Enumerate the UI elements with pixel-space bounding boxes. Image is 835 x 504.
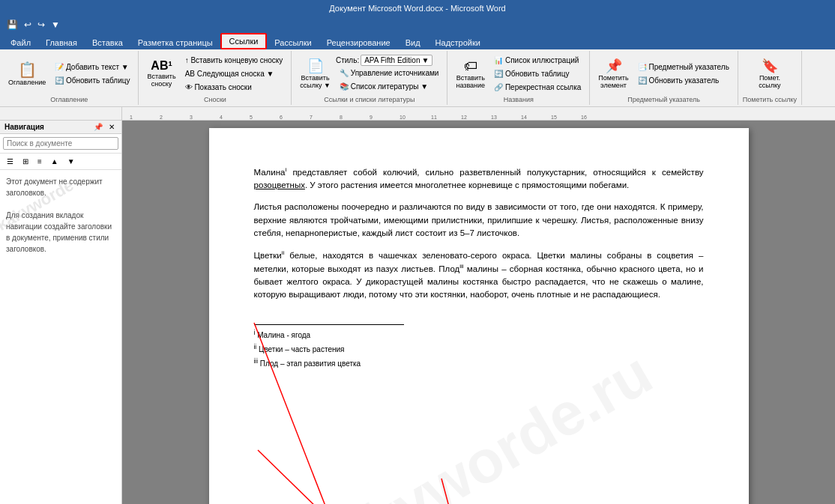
insert-endnote-button[interactable]: ↑ Вставить концевую сноску <box>181 54 287 67</box>
ruler-mark: 2 <box>160 115 163 120</box>
style-dropdown[interactable]: APA Fifth Edition ▼ <box>361 55 432 66</box>
save-button[interactable]: 💾 <box>4 19 20 31</box>
group-footnotes-content: AB¹ Вставитьсноску ↑ Вставить концевую с… <box>143 52 286 94</box>
paragraph-1: Малинаi представляет собой колючий, силь… <box>254 166 704 192</box>
toc-label: Оглавление <box>8 79 46 86</box>
document-page: kakvworde.ru Малинаi представляет собой … <box>209 128 749 504</box>
ruler-mark: 14 <box>521 115 527 120</box>
svg-line-1 <box>258 450 419 504</box>
group-toc-content: 📋 Оглавление 📝 Добавить текст ▼ 🔄 Обнови… <box>4 52 133 94</box>
ruler-mark: 9 <box>370 115 373 120</box>
mark-icon: 📌 <box>606 58 622 74</box>
style-row: Стиль: APA Fifth Edition ▼ <box>336 55 442 66</box>
group-footnotes-label: Сноски <box>204 94 226 103</box>
group-index: 📌 Пометитьэлемент 📑 Предметный указатель… <box>590 51 738 105</box>
dropdown-arrow: ▼ <box>421 56 429 64</box>
ruler-marks: 1 2 3 4 5 6 7 8 9 10 11 12 13 14 15 16 <box>122 107 835 120</box>
group-toc: 📋 Оглавление 📝 Добавить текст ▼ 🔄 Обнови… <box>0 51 139 105</box>
tab-layout[interactable]: Разметка страницы <box>130 36 220 49</box>
tab-file[interactable]: Файл <box>3 36 38 49</box>
update-table-cap-button[interactable]: 🔄 Обновить таблицу <box>490 67 585 80</box>
ruler-area: 1 2 3 4 5 6 7 8 9 10 11 12 13 14 15 16 <box>0 107 835 121</box>
footnote-options: ↑ Вставить концевую сноску AB Следующая … <box>181 54 287 94</box>
nav-pin-button[interactable]: 📌 <box>91 123 105 131</box>
undo-button[interactable]: ↩ <box>22 19 34 31</box>
group-captions-label: Названия <box>504 94 534 103</box>
ruler-mark: 13 <box>491 115 497 120</box>
tab-home[interactable]: Главная <box>38 36 85 49</box>
ruler-mark: 7 <box>310 115 313 120</box>
mark-label: Пометитьэлемент <box>598 74 628 89</box>
footnote-num-3: iii <box>254 357 259 365</box>
style-value: APA Fifth Edition <box>364 56 420 64</box>
nav-browse-pages[interactable]: ⊞ <box>19 155 32 168</box>
style-label: Стиль: <box>336 56 359 64</box>
tab-references[interactable]: Ссылки <box>220 33 268 49</box>
ruler-horizontal: 1 2 3 4 5 6 7 8 9 10 11 12 13 14 15 16 <box>122 107 835 121</box>
nav-title: Навигация <box>4 123 44 131</box>
caption-icon: 🏷 <box>464 58 477 74</box>
add-text-button[interactable]: 📝 Добавить текст ▼ <box>51 61 133 73</box>
footnote-ref-3: iii <box>459 263 463 270</box>
ruler-mark: 4 <box>220 115 223 120</box>
footnote-icon: AB¹ <box>151 59 172 73</box>
show-footnotes-button[interactable]: 👁 Показать сноски <box>181 81 287 94</box>
mark-entry-button[interactable]: 📌 Пометитьэлемент <box>594 52 632 94</box>
bibliography-button[interactable]: 📚 Список литературы ▼ <box>336 80 442 93</box>
nav-browse-headings[interactable]: ☰ <box>3 155 17 168</box>
tab-review[interactable]: Рецензирование <box>319 36 398 49</box>
footnote-label: Вставитьсноску <box>147 73 175 88</box>
toc-options: 📝 Добавить текст ▼ 🔄 Обновить таблицу <box>51 61 133 87</box>
search-input[interactable] <box>3 137 118 150</box>
mark-citation-button[interactable]: 🔖 Помет.ссылку <box>755 52 784 94</box>
ruler-mark: 11 <box>431 115 437 120</box>
ribbon-tab-bar: Файл Главная Вставка Разметка страницы С… <box>0 33 835 49</box>
manage-sources-button[interactable]: 🔧 Управление источниками <box>336 67 442 79</box>
group-mark-citation: 🔖 Помет.ссылку Пометить ссылку <box>738 51 802 105</box>
paragraph-3: Цветкиii белые, находятся в чашечках зел… <box>254 249 704 302</box>
insert-citation-button[interactable]: 📄 Вставитьссылку ▼ <box>296 52 334 94</box>
nav-expand-button[interactable]: ▲ <box>47 155 62 168</box>
ruler-corner <box>0 107 122 121</box>
nav-content: kakvworde Этот документ не содержит заго… <box>0 170 121 504</box>
ribbon: 📋 Оглавление 📝 Добавить текст ▼ 🔄 Обнови… <box>0 49 835 107</box>
insert-index-button[interactable]: 📑 Предметный указатель <box>634 61 733 73</box>
footnote-ref-1: i <box>286 166 287 173</box>
nav-collapse-button[interactable]: ▼ <box>64 155 79 168</box>
nav-browse-results[interactable]: ≡ <box>34 155 46 168</box>
list-illustrations-button[interactable]: 📊 Список иллюстраций <box>490 54 585 67</box>
footnote-num-1: i <box>254 329 256 336</box>
redo-button[interactable]: ↪ <box>35 19 47 31</box>
cross-ref-button[interactable]: 🔗 Перекрестная ссылка <box>490 81 585 94</box>
update-table-toc-button[interactable]: 🔄 Обновить таблицу <box>51 74 133 87</box>
tab-mailings[interactable]: Рассылки <box>267 36 319 49</box>
insert-footnote-button[interactable]: AB¹ Вставитьсноску <box>143 52 179 94</box>
group-mark-citation-label: Пометить ссылку <box>743 94 797 103</box>
svg-line-2 <box>441 479 479 504</box>
toc-icon: 📋 <box>18 61 37 79</box>
paragraph-2: Листья расположены поочередно и различаю… <box>254 201 704 240</box>
quick-access-toolbar: 💾 ↩ ↪ ▼ <box>0 16 835 33</box>
ruler-mark: 6 <box>280 115 283 120</box>
footnote-num-2: ii <box>254 343 257 350</box>
tab-addins[interactable]: Надстройки <box>428 36 488 49</box>
tab-view[interactable]: Вид <box>398 36 428 49</box>
tab-insert[interactable]: Вставка <box>85 36 130 49</box>
document-area[interactable]: kakvworde.ru Малинаi представляет собой … <box>122 121 835 504</box>
title-bar: Документ Microsoft Word.docx - Microsoft… <box>0 0 835 16</box>
customize-quick-access[interactable]: ▼ <box>49 19 62 31</box>
ruler-mark: 10 <box>400 115 406 120</box>
group-captions: 🏷 Вставитьназвание 📊 Список иллюстраций … <box>447 51 590 105</box>
next-footnote-button[interactable]: AB Следующая сноска ▼ <box>181 67 287 80</box>
nav-close-button[interactable]: ✕ <box>106 123 117 131</box>
window-title: Документ Microsoft Word.docx - Microsoft… <box>329 4 505 13</box>
mark-citation-label: Помет.ссылку <box>759 74 780 89</box>
group-toc-label: Оглавление <box>50 94 88 103</box>
insert-caption-button[interactable]: 🏷 Вставитьназвание <box>452 52 489 94</box>
group-citations: 📄 Вставитьссылку ▼ Стиль: APA Fifth Edit… <box>292 51 447 105</box>
index-options: 📑 Предметный указатель 🔄 Обновить указат… <box>634 61 733 87</box>
navigation-panel: Навигация 📌 ✕ ☰ ⊞ ≡ ▲ ▼ kakvworde Этот д… <box>0 121 122 504</box>
toc-button[interactable]: 📋 Оглавление <box>4 52 49 94</box>
update-index-button[interactable]: 🔄 Обновить указатель <box>634 74 733 87</box>
main-area: Навигация 📌 ✕ ☰ ⊞ ≡ ▲ ▼ kakvworde Этот д… <box>0 121 835 504</box>
